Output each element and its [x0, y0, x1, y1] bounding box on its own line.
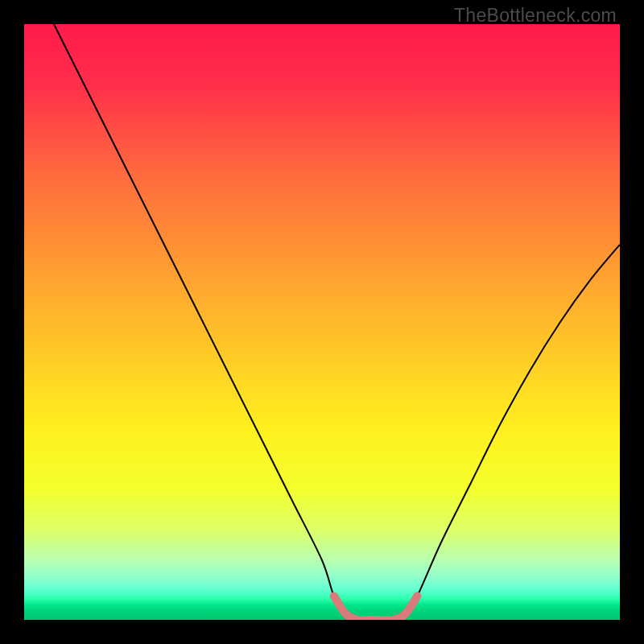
bottleneck-curve: [24, 24, 620, 620]
curve-path: [24, 24, 620, 620]
chart-frame: TheBottleneck.com: [0, 0, 644, 644]
watermark-text: TheBottleneck.com: [454, 5, 617, 27]
curve-min-zone: [334, 596, 418, 620]
plot-area: [24, 24, 620, 620]
